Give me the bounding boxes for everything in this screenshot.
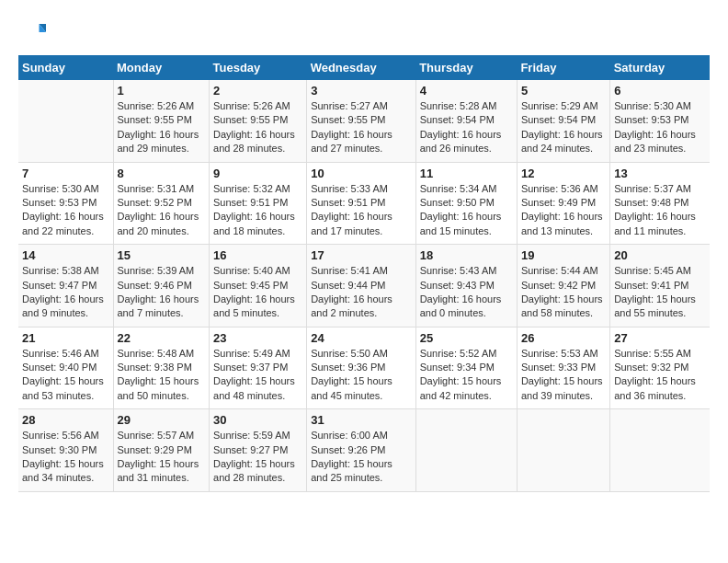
- cell-info: Sunrise: 5:49 AMSunset: 9:37 PMDaylight:…: [213, 347, 302, 404]
- cell-info: Sunrise: 5:32 AMSunset: 9:51 PMDaylight:…: [213, 182, 302, 239]
- day-number: 30: [213, 413, 302, 427]
- header-day-sunday: Sunday: [18, 55, 113, 80]
- calendar-cell: 6Sunrise: 5:30 AMSunset: 9:53 PMDaylight…: [610, 80, 710, 162]
- day-number: 23: [213, 331, 302, 345]
- logo: [18, 18, 50, 46]
- cell-info: Sunrise: 5:27 AMSunset: 9:55 PMDaylight:…: [311, 99, 412, 156]
- day-number: 22: [118, 331, 206, 345]
- cell-info: Sunrise: 5:37 AMSunset: 9:48 PMDaylight:…: [614, 182, 706, 239]
- calendar-cell: 16Sunrise: 5:40 AMSunset: 9:45 PMDayligh…: [210, 245, 307, 327]
- header-row: SundayMondayTuesdayWednesdayThursdayFrid…: [18, 55, 710, 80]
- calendar-cell: 7Sunrise: 5:30 AMSunset: 9:53 PMDaylight…: [18, 162, 113, 245]
- cell-info: Sunrise: 5:31 AMSunset: 9:52 PMDaylight:…: [118, 182, 206, 239]
- day-number: 29: [118, 413, 206, 427]
- day-number: 25: [420, 331, 513, 345]
- header: [18, 18, 710, 46]
- calendar-cell: 19Sunrise: 5:44 AMSunset: 9:42 PMDayligh…: [517, 245, 609, 327]
- day-number: 2: [213, 84, 302, 98]
- calendar-cell: 27Sunrise: 5:55 AMSunset: 9:32 PMDayligh…: [610, 327, 710, 409]
- day-number: 27: [614, 331, 706, 345]
- day-number: 3: [311, 84, 412, 98]
- day-number: 16: [213, 248, 302, 262]
- day-number: 26: [521, 331, 606, 345]
- cell-info: Sunrise: 5:44 AMSunset: 9:42 PMDaylight:…: [521, 264, 606, 321]
- cell-info: Sunrise: 5:30 AMSunset: 9:53 PMDaylight:…: [614, 99, 706, 156]
- week-row-1: 7Sunrise: 5:30 AMSunset: 9:53 PMDaylight…: [18, 162, 710, 245]
- calendar-body: 1Sunrise: 5:26 AMSunset: 9:55 PMDaylight…: [18, 80, 710, 491]
- day-number: 21: [22, 331, 109, 345]
- header-day-saturday: Saturday: [610, 55, 710, 80]
- calendar-cell: 1Sunrise: 5:26 AMSunset: 9:55 PMDaylight…: [113, 80, 210, 162]
- cell-info: Sunrise: 5:29 AMSunset: 9:54 PMDaylight:…: [521, 99, 606, 156]
- day-number: 4: [420, 84, 513, 98]
- calendar-cell: 29Sunrise: 5:57 AMSunset: 9:29 PMDayligh…: [113, 409, 210, 492]
- cell-info: Sunrise: 5:46 AMSunset: 9:40 PMDaylight:…: [22, 347, 109, 404]
- day-number: 13: [614, 167, 706, 180]
- day-number: 7: [22, 167, 109, 180]
- cell-info: Sunrise: 5:43 AMSunset: 9:43 PMDaylight:…: [420, 264, 513, 321]
- week-row-2: 14Sunrise: 5:38 AMSunset: 9:47 PMDayligh…: [18, 245, 710, 327]
- day-number: 31: [311, 413, 412, 427]
- cell-info: Sunrise: 5:39 AMSunset: 9:46 PMDaylight:…: [118, 264, 206, 321]
- cell-info: Sunrise: 5:36 AMSunset: 9:49 PMDaylight:…: [521, 182, 606, 239]
- calendar-table: SundayMondayTuesdayWednesdayThursdayFrid…: [18, 55, 710, 492]
- day-number: 11: [420, 167, 513, 180]
- calendar-cell: 14Sunrise: 5:38 AMSunset: 9:47 PMDayligh…: [18, 245, 113, 327]
- header-day-wednesday: Wednesday: [307, 55, 416, 80]
- cell-info: Sunrise: 5:28 AMSunset: 9:54 PMDaylight:…: [420, 99, 513, 156]
- cell-info: Sunrise: 5:48 AMSunset: 9:38 PMDaylight:…: [118, 347, 206, 404]
- day-number: 15: [118, 248, 206, 262]
- calendar-cell: 26Sunrise: 5:53 AMSunset: 9:33 PMDayligh…: [517, 327, 609, 409]
- cell-info: Sunrise: 6:00 AMSunset: 9:26 PMDaylight:…: [311, 429, 412, 486]
- calendar-cell: 10Sunrise: 5:33 AMSunset: 9:51 PMDayligh…: [307, 162, 416, 245]
- header-day-thursday: Thursday: [415, 55, 517, 80]
- day-number: 24: [311, 331, 412, 345]
- day-number: 18: [420, 248, 513, 262]
- header-day-monday: Monday: [113, 55, 210, 80]
- calendar-cell: 23Sunrise: 5:49 AMSunset: 9:37 PMDayligh…: [210, 327, 307, 409]
- calendar-cell: 5Sunrise: 5:29 AMSunset: 9:54 PMDaylight…: [517, 80, 609, 162]
- day-number: 12: [521, 167, 606, 180]
- header-day-friday: Friday: [517, 55, 609, 80]
- cell-info: Sunrise: 5:45 AMSunset: 9:41 PMDaylight:…: [614, 264, 706, 321]
- calendar-cell: [610, 409, 710, 492]
- calendar-cell: 4Sunrise: 5:28 AMSunset: 9:54 PMDaylight…: [415, 80, 517, 162]
- day-number: 8: [118, 167, 206, 180]
- calendar-cell: 2Sunrise: 5:26 AMSunset: 9:55 PMDaylight…: [210, 80, 307, 162]
- calendar-cell: 28Sunrise: 5:56 AMSunset: 9:30 PMDayligh…: [18, 409, 113, 492]
- cell-info: Sunrise: 5:34 AMSunset: 9:50 PMDaylight:…: [420, 182, 513, 239]
- day-number: 19: [521, 248, 606, 262]
- calendar-cell: 21Sunrise: 5:46 AMSunset: 9:40 PMDayligh…: [18, 327, 113, 409]
- calendar-cell: [18, 80, 113, 162]
- cell-info: Sunrise: 5:26 AMSunset: 9:55 PMDaylight:…: [118, 99, 206, 156]
- week-row-4: 28Sunrise: 5:56 AMSunset: 9:30 PMDayligh…: [18, 409, 710, 492]
- day-number: 5: [521, 84, 606, 98]
- calendar-cell: 17Sunrise: 5:41 AMSunset: 9:44 PMDayligh…: [307, 245, 416, 327]
- day-number: 6: [614, 84, 706, 98]
- week-row-3: 21Sunrise: 5:46 AMSunset: 9:40 PMDayligh…: [18, 327, 710, 409]
- cell-info: Sunrise: 5:50 AMSunset: 9:36 PMDaylight:…: [311, 347, 412, 404]
- calendar-cell: 11Sunrise: 5:34 AMSunset: 9:50 PMDayligh…: [415, 162, 517, 245]
- calendar-cell: 22Sunrise: 5:48 AMSunset: 9:38 PMDayligh…: [113, 327, 210, 409]
- calendar-header: SundayMondayTuesdayWednesdayThursdayFrid…: [18, 55, 710, 80]
- day-number: 1: [118, 84, 206, 98]
- cell-info: Sunrise: 5:30 AMSunset: 9:53 PMDaylight:…: [22, 182, 109, 239]
- calendar-cell: 12Sunrise: 5:36 AMSunset: 9:49 PMDayligh…: [517, 162, 609, 245]
- calendar-cell: [415, 409, 517, 492]
- header-day-tuesday: Tuesday: [210, 55, 307, 80]
- day-number: 17: [311, 248, 412, 262]
- cell-info: Sunrise: 5:26 AMSunset: 9:55 PMDaylight:…: [213, 99, 302, 156]
- calendar-cell: 24Sunrise: 5:50 AMSunset: 9:36 PMDayligh…: [307, 327, 416, 409]
- calendar-cell: 15Sunrise: 5:39 AMSunset: 9:46 PMDayligh…: [113, 245, 210, 327]
- cell-info: Sunrise: 5:40 AMSunset: 9:45 PMDaylight:…: [213, 264, 302, 321]
- logo-icon: [18, 18, 46, 46]
- calendar-cell: [517, 409, 609, 492]
- cell-info: Sunrise: 5:38 AMSunset: 9:47 PMDaylight:…: [22, 264, 109, 321]
- calendar-cell: 13Sunrise: 5:37 AMSunset: 9:48 PMDayligh…: [610, 162, 710, 245]
- day-number: 20: [614, 248, 706, 262]
- cell-info: Sunrise: 5:57 AMSunset: 9:29 PMDaylight:…: [118, 429, 206, 486]
- day-number: 10: [311, 167, 412, 180]
- cell-info: Sunrise: 5:59 AMSunset: 9:27 PMDaylight:…: [213, 429, 302, 486]
- cell-info: Sunrise: 5:33 AMSunset: 9:51 PMDaylight:…: [311, 182, 412, 239]
- cell-info: Sunrise: 5:56 AMSunset: 9:30 PMDaylight:…: [22, 429, 109, 486]
